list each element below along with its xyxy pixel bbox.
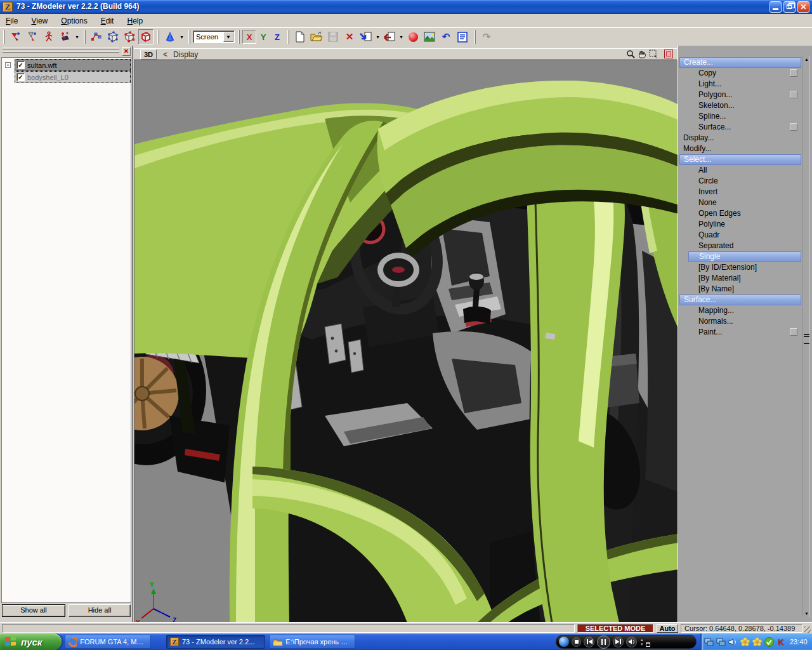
scroll-down-icon[interactable]: ▼ [803, 610, 810, 617]
volume-tray-icon[interactable] [728, 637, 738, 647]
command-item-skeleton[interactable]: Skeleton... [679, 100, 801, 111]
save-file-icon[interactable] [325, 29, 341, 44]
pause-button[interactable] [597, 635, 610, 649]
back-icon[interactable]: < [163, 50, 167, 59]
title-bar[interactable]: Z 73 - ZModeler ver 2.2.2 (Build 964) ✕ [0, 0, 812, 14]
open-file-icon[interactable] [309, 29, 324, 44]
vertices-level-icon[interactable] [89, 29, 104, 44]
import-icon[interactable] [358, 29, 374, 44]
command-item-invert[interactable]: Invert [679, 187, 801, 197]
hide-all-button[interactable]: Hide all [69, 604, 131, 617]
command-item-all[interactable]: All [679, 165, 801, 176]
command-item-polyline[interactable]: Polyline [679, 219, 801, 230]
toolbar-grip[interactable] [84, 30, 86, 44]
command-item-select[interactable]: Select... [679, 154, 801, 165]
command-item-create[interactable]: Create... [679, 57, 801, 68]
menu-file[interactable]: File [0, 14, 23, 27]
show-all-button[interactable]: Show all [2, 604, 65, 617]
viewport-view-label[interactable]: Display [173, 50, 198, 59]
scrollbar-thumb[interactable] [804, 334, 809, 344]
delete-icon[interactable]: ✕ [342, 29, 357, 44]
material-editor-icon[interactable] [405, 29, 421, 44]
band-expand-icons[interactable]: ▴▾ [641, 637, 643, 646]
restore-player-icon[interactable] [646, 642, 650, 647]
menu-options[interactable]: Options [55, 14, 93, 27]
start-button[interactable]: пуск [0, 633, 62, 650]
select-region-icon[interactable] [648, 49, 659, 59]
command-item-by-id[interactable]: [By ID/Extension] [679, 262, 801, 273]
toolbar-grip[interactable] [287, 30, 289, 44]
viewport-mode-button[interactable]: 3D [140, 50, 157, 60]
clock[interactable]: 23:40 [790, 638, 808, 646]
minimize-button[interactable] [769, 1, 782, 13]
menu-edit[interactable]: Edit [95, 14, 120, 27]
previous-button[interactable] [584, 637, 594, 647]
viewport-canvas[interactable]: Y X Z [134, 60, 677, 622]
command-item-single[interactable]: Single [688, 251, 801, 262]
tree-item-bodyshell[interactable]: ✓ bodyshell_L0 [15, 71, 131, 83]
kaspersky-icon[interactable]: K [776, 637, 786, 647]
visibility-checkbox[interactable]: ✓ [16, 73, 25, 81]
skeleton-mode-icon[interactable] [41, 29, 56, 44]
toolbar-grip[interactable] [3, 30, 5, 44]
command-item-quadr[interactable]: Quadr [679, 230, 801, 241]
stop-button[interactable] [572, 637, 581, 647]
select-mode-icon[interactable] [8, 29, 23, 44]
command-item-surface[interactable]: Surface... [679, 295, 801, 305]
auto-button[interactable]: Auto [657, 624, 678, 633]
command-item-open-edges[interactable]: Open Edges [679, 208, 801, 219]
command-item-light[interactable]: Light... [679, 79, 801, 90]
command-item-circle[interactable]: Circle [679, 176, 801, 187]
task-explorer[interactable]: E:\Прочая хрень му... [269, 635, 355, 649]
command-item-surface-create[interactable]: Surface... [679, 122, 801, 133]
online-status-icon[interactable] [764, 637, 774, 647]
command-panel-scrollbar[interactable]: ▲ ▼ [802, 56, 810, 617]
texture-browser-icon[interactable] [422, 29, 437, 44]
mode-dropdown-icon[interactable]: ▾ [74, 29, 81, 44]
visibility-checkbox[interactable]: ✓ [16, 61, 25, 69]
bones-group-icon[interactable] [58, 29, 73, 44]
command-item-normals[interactable]: Normals... [679, 316, 801, 327]
command-item-display[interactable]: Display... [679, 133, 801, 143]
toolbar-grip[interactable] [188, 30, 190, 44]
command-item-spline[interactable]: Spline... [679, 111, 801, 122]
panel-drag-handle[interactable] [3, 51, 119, 53]
faces-level-icon[interactable] [122, 29, 137, 44]
panel-drag-handle[interactable] [3, 48, 119, 50]
command-item-by-name[interactable]: [By Name] [679, 284, 801, 295]
export-icon[interactable] [382, 29, 397, 44]
close-button[interactable]: ✕ [797, 1, 809, 13]
menu-help[interactable]: Help [122, 14, 149, 27]
undo-icon[interactable]: ↶ [438, 29, 454, 44]
task-zmodeler[interactable]: Z 73 - ZModeler ver 2.2... [166, 635, 265, 649]
primitive-cone-icon[interactable] [162, 29, 178, 44]
move-mode-icon[interactable] [25, 29, 40, 44]
next-button[interactable] [613, 637, 624, 647]
object-level-icon[interactable] [138, 29, 154, 44]
toolbar-grip[interactable] [238, 30, 240, 44]
task-firefox[interactable]: FORUM GTA 4, Mafia ... [65, 635, 151, 649]
volume-button[interactable] [626, 637, 637, 647]
command-option-box[interactable] [790, 328, 797, 336]
network-icon[interactable] [704, 637, 714, 647]
command-item-polygon[interactable]: Polygon... [679, 90, 801, 100]
axis-y-button[interactable]: Y [256, 30, 270, 44]
media-player-toolbar[interactable]: ▴▾ [556, 635, 697, 649]
new-file-icon[interactable] [292, 29, 308, 44]
expand-icon[interactable]: + [5, 62, 11, 68]
command-item-paint[interactable]: Paint... [679, 327, 801, 338]
toolbar-grip[interactable] [157, 30, 159, 44]
command-item-modify[interactable]: Modify... [679, 143, 801, 154]
tree-item-sultan[interactable]: ✓ sultan.wft [15, 59, 131, 71]
log-window-icon[interactable] [455, 29, 470, 44]
pan-tool-icon[interactable] [636, 49, 648, 59]
edges-level-icon[interactable] [105, 29, 121, 44]
axis-x-button[interactable]: X [242, 30, 256, 44]
command-option-box[interactable] [790, 123, 797, 131]
zoom-tool-icon[interactable] [625, 49, 636, 59]
scroll-up-icon[interactable]: ▲ [803, 56, 810, 63]
view-mode-combobox[interactable]: Screen ▼ [193, 30, 235, 43]
import-dropdown-icon[interactable]: ▾ [374, 29, 381, 44]
axis-z-button[interactable]: Z [270, 30, 284, 44]
command-item-copy[interactable]: Copy [679, 68, 801, 79]
